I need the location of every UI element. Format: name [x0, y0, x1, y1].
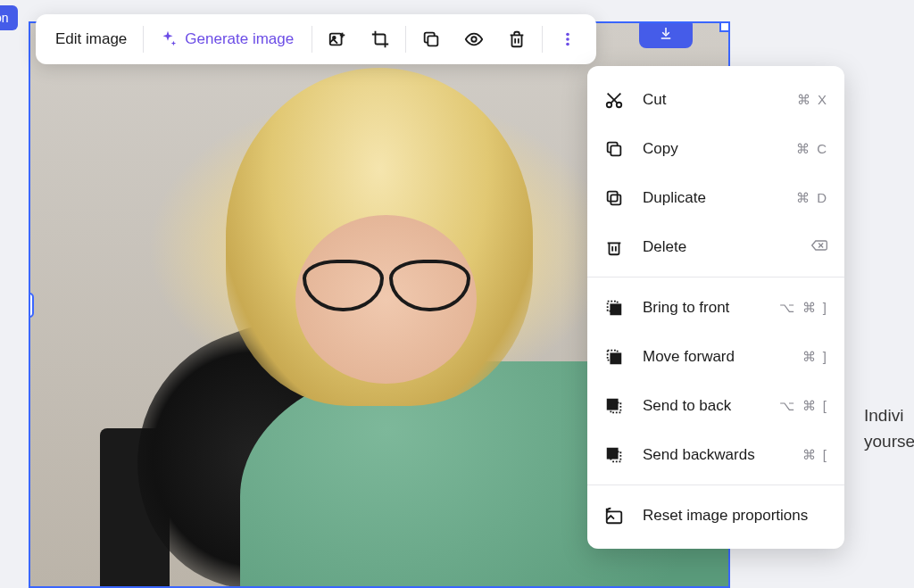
svg-rect-27 [608, 399, 618, 409]
menu-send-to-back[interactable]: Send to back ⌥ ⌘ [ [587, 381, 844, 430]
menu-divider [587, 484, 844, 485]
menu-label: Cut [643, 91, 779, 109]
menu-divider [587, 277, 844, 277]
menu-shortcut: ⌘ ] [802, 349, 828, 365]
menu-duplicate[interactable]: Duplicate ⌘ D [587, 173, 844, 222]
menu-shortcut: ⌥ ⌘ [ [779, 398, 828, 414]
menu-label: Duplicate [643, 189, 778, 207]
menu-cut[interactable]: Cut ⌘ X [587, 75, 844, 124]
menu-copy[interactable]: Copy ⌘ C [587, 124, 844, 173]
reset-icon [603, 505, 625, 526]
copy-button[interactable] [411, 20, 451, 59]
image-toolbar: Edit image Generate image [36, 14, 596, 64]
toolbar-divider [542, 26, 543, 53]
background-text-line: yourself. [864, 429, 914, 455]
toolbar-divider [312, 26, 312, 53]
crop-button[interactable] [361, 20, 400, 59]
menu-shortcut: ⌥ ⌘ ] [779, 300, 828, 316]
menu-shortcut [810, 239, 828, 254]
menu-label: Reset image proportions [643, 507, 828, 525]
svg-rect-17 [611, 145, 620, 155]
resize-handle-left[interactable] [29, 293, 34, 318]
image-add-button[interactable] [318, 20, 357, 59]
svg-rect-6 [428, 36, 438, 46]
toolbar-divider [143, 26, 144, 53]
background-text: Indivi yourself. [864, 403, 914, 454]
send-back-icon [603, 395, 625, 417]
svg-point-11 [566, 37, 569, 41]
generate-image-button[interactable]: Generate image [149, 29, 306, 49]
svg-rect-19 [611, 195, 620, 204]
menu-shortcut: ⌘ [ [802, 447, 828, 463]
resize-handle-top-right[interactable] [719, 21, 730, 32]
section-button[interactable]: ction [0, 5, 18, 30]
copy-icon [603, 138, 625, 160]
svg-point-14 [617, 102, 622, 107]
menu-bring-to-front[interactable]: Bring to front ⌥ ⌘ ] [587, 283, 844, 332]
svg-point-10 [566, 33, 569, 37]
generate-image-label: Generate image [185, 30, 294, 48]
send-backwards-icon [603, 444, 625, 466]
menu-reset-proportions[interactable]: Reset image proportions [587, 491, 844, 540]
background-text-line: Indivi [864, 403, 914, 429]
edit-image-button[interactable]: Edit image [45, 30, 137, 48]
toolbar-divider [405, 26, 406, 53]
menu-delete[interactable]: Delete [587, 222, 844, 271]
menu-label: Send backwards [643, 446, 785, 464]
menu-shortcut: ⌘ C [796, 141, 828, 157]
align-button[interactable] [639, 21, 693, 48]
delete-button[interactable] [497, 20, 536, 59]
menu-label: Bring to front [643, 299, 761, 317]
menu-move-forward[interactable]: Move forward ⌘ ] [587, 332, 844, 381]
svg-rect-18 [608, 191, 618, 201]
svg-rect-2 [330, 34, 342, 46]
menu-shortcut: ⌘ X [797, 92, 828, 108]
menu-label: Send to back [643, 397, 761, 415]
context-menu: Cut ⌘ X Copy ⌘ C Duplicate ⌘ D [587, 66, 844, 549]
move-forward-icon [603, 346, 625, 368]
visibility-button[interactable] [454, 20, 494, 59]
sparkle-icon [158, 29, 178, 49]
cut-icon [603, 89, 625, 111]
menu-label: Move forward [643, 348, 785, 366]
svg-point-13 [607, 102, 612, 107]
menu-label: Delete [643, 238, 793, 256]
menu-send-backwards[interactable]: Send backwards ⌘ [ [587, 430, 844, 479]
svg-point-12 [566, 43, 569, 46]
more-options-button[interactable] [548, 20, 587, 59]
menu-shortcut: ⌘ D [796, 190, 828, 206]
trash-icon [603, 236, 625, 258]
svg-point-7 [471, 37, 477, 42]
svg-rect-24 [611, 304, 620, 314]
menu-label: Copy [643, 140, 778, 158]
svg-rect-26 [611, 353, 620, 363]
bring-front-icon [603, 297, 625, 319]
svg-rect-29 [608, 448, 618, 458]
duplicate-icon [603, 187, 625, 209]
